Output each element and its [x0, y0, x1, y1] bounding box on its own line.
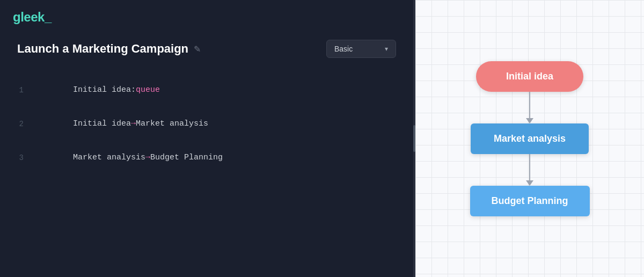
- code-line-3: 3 Market analysis→Budget Planning: [0, 141, 413, 174]
- dropdown-value: Basic: [334, 45, 353, 53]
- code-arrow-2: →: [145, 153, 150, 162]
- diagram-panel: Initial idea Market analysis Budget Plan…: [415, 0, 644, 277]
- connector-line-1: [529, 92, 530, 119]
- code-editor[interactable]: 1 Initial idea:queue 2 Initial idea→Mark…: [0, 69, 413, 277]
- node-budget-planning[interactable]: Budget Planning: [470, 186, 590, 216]
- line-number-1: 1: [9, 86, 24, 94]
- code-line-2: 2 Initial idea→Market analysis: [0, 107, 413, 141]
- code-content-1: Initial idea:queue: [34, 76, 160, 104]
- connector-line-2: [529, 154, 530, 181]
- page-title: Launch a Marketing Campaign: [17, 42, 188, 56]
- code-node-a: Initial idea: [73, 119, 131, 128]
- code-content-3: Market analysis→Budget Planning: [34, 144, 223, 171]
- code-node-text: Initial idea:: [73, 85, 136, 94]
- app-header: gleek_: [0, 0, 413, 25]
- line-number-2: 2: [9, 120, 24, 128]
- edit-icon[interactable]: ✎: [194, 44, 201, 54]
- code-keyword-queue: queue: [136, 85, 160, 94]
- connector-1: [526, 92, 533, 123]
- connector-2: [526, 154, 533, 186]
- left-panel: gleek_ Launch a Marketing Campaign ✎ Bas…: [0, 0, 413, 277]
- title-row: Launch a Marketing Campaign ✎ Basic ▾: [0, 25, 413, 69]
- diagram-container: Initial idea Market analysis Budget Plan…: [415, 0, 644, 277]
- chevron-down-icon: ▾: [385, 45, 388, 53]
- node-initial-idea[interactable]: Initial idea: [476, 61, 583, 92]
- code-node-b: Market analysis: [136, 119, 208, 128]
- code-content-2: Initial idea→Market analysis: [34, 110, 208, 137]
- code-line-1: 1 Initial idea:queue: [0, 73, 413, 107]
- arrow-icon-1: [526, 118, 533, 123]
- arrow-icon-2: [526, 180, 533, 186]
- app-logo: gleek_: [13, 10, 52, 25]
- code-arrow-1: →: [131, 119, 136, 128]
- logo-rest: leek_: [20, 10, 52, 24]
- node-market-analysis[interactable]: Market analysis: [471, 123, 589, 154]
- code-node-c: Market analysis: [73, 153, 145, 162]
- code-node-d: Budget Planning: [150, 153, 223, 162]
- theme-dropdown[interactable]: Basic ▾: [326, 40, 396, 58]
- logo-g: g: [13, 10, 20, 24]
- line-number-3: 3: [9, 154, 24, 162]
- title-group: Launch a Marketing Campaign ✎: [17, 42, 201, 56]
